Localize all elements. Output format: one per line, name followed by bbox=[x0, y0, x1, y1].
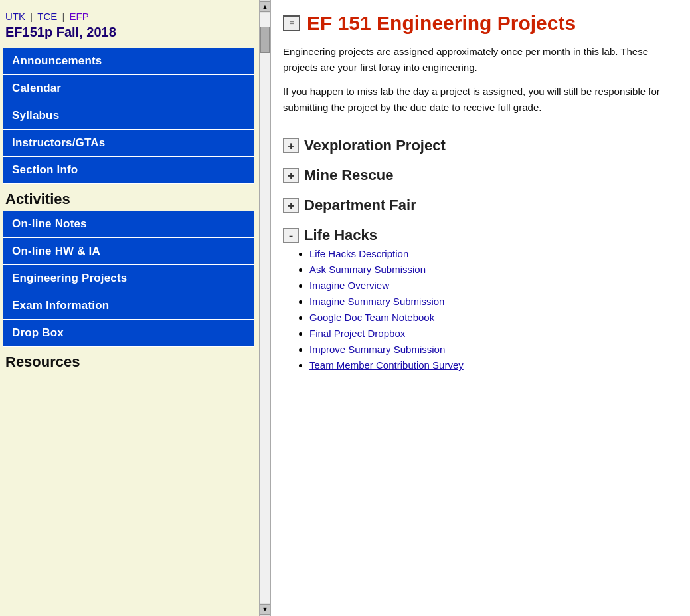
scroll-down-arrow[interactable]: ▼ bbox=[260, 604, 270, 615]
nav-engineering-projects[interactable]: Engineering Projects bbox=[3, 265, 254, 292]
nav-online-notes[interactable]: On-line Notes bbox=[3, 211, 254, 238]
breadcrumb-area: UTK | TCE | EFP EF151p Fall, 2018 bbox=[3, 7, 254, 43]
nav-exam-information[interactable]: Exam Information bbox=[3, 292, 254, 320]
project-mine-rescue-title: Mine Rescue bbox=[304, 167, 394, 184]
project-vexploration-header: + Vexploration Project bbox=[283, 137, 677, 154]
project-mine-rescue: + Mine Rescue bbox=[283, 167, 677, 184]
intro-paragraph-2: If you happen to miss lab the day a proj… bbox=[283, 84, 677, 116]
breadcrumb-efp[interactable]: EFP bbox=[70, 11, 89, 22]
main-wrapper: ▲ ▼ ≡ EF 151 Engineering Projects Engine… bbox=[259, 0, 690, 616]
course-title: EF151p Fall, 2018 bbox=[5, 25, 251, 40]
resources-label: Resources bbox=[3, 347, 254, 373]
intro-paragraph-1: Engineering projects are assigned approx… bbox=[283, 44, 677, 76]
project-vexploration: + Vexploration Project bbox=[283, 137, 677, 154]
activities-label: Activities bbox=[3, 184, 254, 211]
page-title: EF 151 Engineering Projects bbox=[307, 12, 576, 35]
nav-online-hw-ia[interactable]: On-line HW & IA bbox=[3, 238, 254, 265]
separator1: | bbox=[30, 11, 35, 22]
divider-3 bbox=[283, 221, 677, 221]
list-item: Ask Summary Submission bbox=[309, 264, 677, 276]
divider-2 bbox=[283, 191, 677, 191]
nav-syllabus[interactable]: Syllabus bbox=[3, 102, 254, 130]
link-improve-summary[interactable]: Improve Summary Submission bbox=[309, 344, 445, 355]
life-hacks-links: Life Hacks Description Ask Summary Submi… bbox=[309, 248, 677, 371]
toggle-department-fair[interactable]: + bbox=[283, 198, 299, 213]
list-item: Improve Summary Submission bbox=[309, 344, 677, 356]
nav-calendar[interactable]: Calendar bbox=[3, 75, 254, 102]
list-item: Final Project Dropbox bbox=[309, 328, 677, 340]
scroll-thumb[interactable] bbox=[260, 27, 270, 53]
project-department-fair: + Department Fair bbox=[283, 197, 677, 214]
toggle-vexploration[interactable]: + bbox=[283, 138, 299, 153]
breadcrumb-utk[interactable]: UTK bbox=[5, 11, 25, 22]
scrollbar[interactable]: ▲ ▼ bbox=[259, 0, 271, 616]
project-vexploration-title: Vexploration Project bbox=[304, 137, 446, 154]
divider-1 bbox=[283, 161, 677, 161]
link-imagine-overview[interactable]: Imagine Overview bbox=[309, 280, 389, 291]
nav-announcements[interactable]: Announcements bbox=[3, 48, 254, 75]
project-life-hacks-title: Life Hacks bbox=[304, 227, 377, 244]
link-imagine-summary[interactable]: Imagine Summary Submission bbox=[309, 296, 444, 307]
list-item: Life Hacks Description bbox=[309, 248, 677, 260]
page-heading: ≡ EF 151 Engineering Projects bbox=[283, 12, 677, 35]
link-life-hacks-description[interactable]: Life Hacks Description bbox=[309, 248, 408, 259]
project-life-hacks-header: - Life Hacks bbox=[283, 227, 677, 244]
breadcrumb-links: UTK | TCE | EFP bbox=[5, 11, 251, 22]
link-final-project-dropbox[interactable]: Final Project Dropbox bbox=[309, 328, 405, 339]
intro-text: Engineering projects are assigned approx… bbox=[283, 44, 677, 116]
link-team-member-survey[interactable]: Team Member Contribution Survey bbox=[309, 359, 464, 371]
project-department-fair-title: Department Fair bbox=[304, 197, 416, 214]
separator2: | bbox=[62, 11, 67, 22]
nav-instructors-gtas[interactable]: Instructors/GTAs bbox=[3, 130, 254, 157]
project-life-hacks: - Life Hacks Life Hacks Description Ask … bbox=[283, 227, 677, 371]
heading-icon: ≡ bbox=[283, 15, 300, 31]
toggle-mine-rescue[interactable]: + bbox=[283, 168, 299, 183]
list-item: Imagine Overview bbox=[309, 280, 677, 292]
list-item: Google Doc Team Notebook bbox=[309, 312, 677, 324]
list-item: Imagine Summary Submission bbox=[309, 296, 677, 308]
link-ask-summary[interactable]: Ask Summary Submission bbox=[309, 264, 426, 275]
sidebar: UTK | TCE | EFP EF151p Fall, 2018 Announ… bbox=[0, 0, 259, 616]
scroll-track bbox=[260, 13, 270, 603]
breadcrumb-tce[interactable]: TCE bbox=[37, 11, 57, 22]
link-google-doc-notebook[interactable]: Google Doc Team Notebook bbox=[309, 312, 434, 323]
main-content: ≡ EF 151 Engineering Projects Engineerin… bbox=[271, 0, 690, 616]
project-department-fair-header: + Department Fair bbox=[283, 197, 677, 214]
scroll-up-arrow[interactable]: ▲ bbox=[260, 1, 270, 12]
nav-section-info[interactable]: Section Info bbox=[3, 157, 254, 184]
nav-drop-box[interactable]: Drop Box bbox=[3, 320, 254, 347]
project-mine-rescue-header: + Mine Rescue bbox=[283, 167, 677, 184]
list-item: Team Member Contribution Survey bbox=[309, 359, 677, 371]
toggle-life-hacks[interactable]: - bbox=[283, 228, 299, 243]
